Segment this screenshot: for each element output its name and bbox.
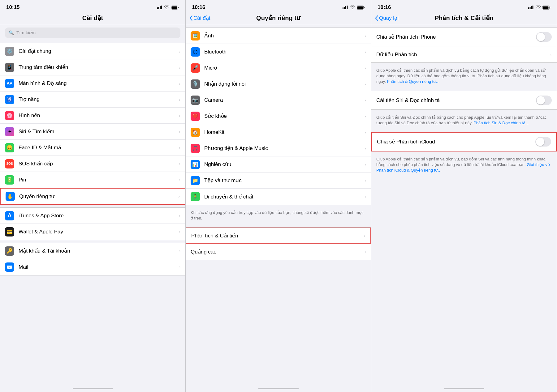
chevron-icon: › [365,162,366,167]
row-label-quyen: Quyền riêng tư [19,193,176,200]
chevron-left-icon [189,15,192,21]
settings-row-hinhnen[interactable]: 🌸 Hình nền › [0,108,185,124]
settings-row-micro[interactable]: 🎤 Micrô › [186,60,371,76]
settings-row-dichuyen[interactable]: 🏃 Di chuyển & thể chất › [186,189,371,205]
status-bar-2: 10:16 [186,0,371,13]
settings-row-nghiencuu[interactable]: 📊 Nghiên cứu › [186,156,371,173]
analytics-link-1[interactable]: Phân tích & Quyền riêng tư… [387,79,440,84]
chevron-icon: › [365,130,366,135]
settings-row-itunes[interactable]: A iTunes & App Store › [0,208,185,224]
chiase-toggle[interactable] [536,32,552,42]
settings-row-wallet[interactable]: 💳 Wallet & Apple Pay › [0,224,185,240]
wifi-icon-3 [536,6,541,9]
speech-icon: 🎙️ [191,79,200,89]
settings-row-suckhoe[interactable]: ❤️ Sức khỏe › [186,108,371,124]
siri-toggle[interactable] [536,96,552,105]
signal-icon-3 [528,6,534,9]
analytics-row-siri[interactable]: Cải tiến Siri & Đọc chính tả [371,91,557,109]
svg-rect-14 [531,6,532,9]
privacy-list: 🖼️ Ảnh › ⬡ Bluetooth › 🎤 Micrô › 🎙️ Nhận… [186,25,371,386]
signal-icon [157,6,162,9]
svg-rect-5 [172,6,177,9]
svg-rect-12 [528,7,529,9]
row-label-nhandang: Nhận dạng lời nói [204,81,363,87]
gear-icon: ⚙️ [5,47,14,56]
settings-row-caidat[interactable]: ⚙️ Cài đặt chung › [0,43,185,59]
settings-row-quyen[interactable]: ✋ Quyền riêng tư › [0,188,185,205]
back-label-2: Cài đặt [193,15,210,21]
chiase-label: Chia sẻ Phân tích iPhone [376,34,536,40]
row-label-suckhoe: Sức khỏe [204,113,363,119]
privacy-icon: ✋ [6,192,15,201]
settings-row-anh[interactable]: 🖼️ Ảnh › [186,28,371,44]
wifi-icon-2 [350,6,355,9]
svg-rect-13 [530,7,531,9]
chevron-icon: › [365,146,366,151]
settings-row-camera[interactable]: 📷 Camera › [186,92,371,108]
nav-bar-3: Quay lại Phân tích & Cải tiến [371,13,557,25]
chevron-icon: › [364,233,365,238]
home-bar-3 [444,388,484,389]
settings-row-quangcao[interactable]: Quảng cáo › [186,244,371,260]
back-label-3: Quay lại [379,15,399,21]
settings-row-trungtam[interactable]: 📱 Trung tâm điều khiển › [0,59,185,75]
settings-row-phuongtien[interactable]: 🎵 Phương tiện & Apple Music › [186,140,371,156]
analytics-section-3: Chia sẻ Phân tích iCloud [371,132,557,151]
settings-row-pin[interactable]: 🔋 Pin › [0,172,185,188]
accessibility-icon: ♿ [5,95,14,104]
svg-rect-15 [533,6,533,9]
analytics-row-dulieu[interactable]: Dữ liệu Phân tích › [371,46,557,62]
media-icon: 🎵 [191,144,200,153]
svg-rect-11 [357,6,363,9]
faceid-icon: 😊 [5,143,14,152]
settings-row-siri[interactable]: ✦ Siri & Tìm kiếm › [0,124,185,140]
settings-row-manhinh[interactable]: AA Màn hình & Độ sáng › [0,75,185,92]
analytics-row-icloud[interactable]: Chia sẻ Phân tích iCloud [372,133,556,151]
chevron-icon: › [365,98,366,103]
page-title-3: Phân tích & Cải tiến [435,14,494,22]
battery-icon-3 [542,6,551,10]
row-label-pin: Pin [19,177,177,183]
row-label-wallet: Wallet & Apple Pay [19,229,177,235]
settings-row-nhandang[interactable]: 🎙️ Nhận dạng lời nói › [186,76,371,92]
chevron-icon: › [178,194,180,199]
settings-list-1: 🔍 Tìm kiếm ⚙️ Cài đặt chung › 📱 Trung tâ… [0,25,185,386]
files-icon: 📁 [191,176,200,185]
sos-icon: SOS [5,159,14,168]
settings-row-tep[interactable]: 📁 Tệp và thư mục › [186,173,371,189]
chevron-dulieu: › [550,52,552,57]
settings-row-sos[interactable]: SOS SOS khẩn cấp › [0,156,185,172]
settings-row-faceid[interactable]: 😊 Face ID & Mật mã › [0,140,185,156]
settings-row-mail[interactable]: ✉️ Mail › [0,259,185,275]
analytics-link-2[interactable]: Phân tích Siri & Đọc chính tả… [473,121,529,125]
row-label-camera: Camera [204,97,363,103]
chevron-icon: › [179,249,180,254]
analytics-row-chiase[interactable]: Chia sẻ Phân tích iPhone [371,28,557,46]
privacy-note: Khi các ứng dụng yêu cầu truy cập vào dữ… [186,207,371,225]
siri-icon: ✦ [5,127,14,136]
row-label-faceid: Face ID & Mật mã [19,144,177,151]
svg-rect-17 [543,6,549,9]
settings-row-tronang[interactable]: ♿ Trợ năng › [0,92,185,108]
icloud-toggle[interactable] [535,137,551,147]
chevron-icon: › [179,265,180,270]
settings-row-matkhau[interactable]: 🔑 Mật khẩu & Tài khoản › [0,243,185,259]
svg-rect-7 [344,7,345,9]
chevron-icon: › [179,97,180,102]
back-button-2[interactable]: Cài đặt [189,15,210,21]
nav-bar-1: Cài đặt [0,13,185,25]
settings-row-phantich[interactable]: Phân tích & Cải tiến › [186,228,371,244]
svg-rect-2 [160,6,161,9]
search-bar[interactable]: 🔍 Tìm kiếm [5,28,180,38]
settings-row-bluetooth[interactable]: ⬡ Bluetooth › [186,44,371,60]
back-button-3[interactable]: Quay lại [375,15,399,21]
chevron-icon: › [365,82,366,87]
analytics-desc-1: Giúp Apple cải thiện các sản phẩm và dịc… [371,65,557,88]
settings-row-homekit[interactable]: 🏠 HomeKit › [186,124,371,140]
analytics-link-3[interactable]: Giới thiệu về Phân tích iCloud & Quyền r… [376,162,550,173]
status-icons-3 [528,6,551,10]
row-label-homekit: HomeKit [204,129,363,135]
photos-icon: 🖼️ [191,31,200,40]
bluetooth-icon: ⬡ [191,47,200,57]
chevron-icon: › [179,213,180,218]
